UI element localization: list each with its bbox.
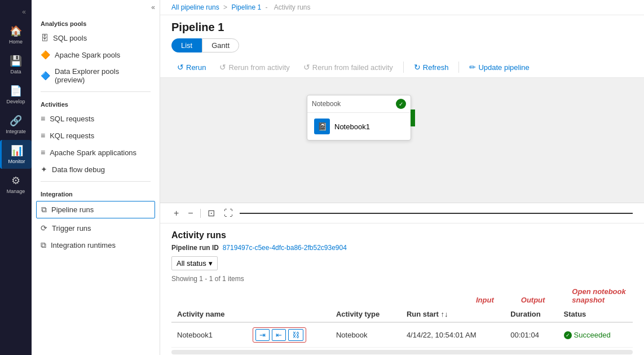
sidebar-label-integration-runtimes: Integration runtimes — [51, 241, 116, 249]
sidebar-item-data-explorer[interactable]: 🔷 Data Explorer pools (preview) — [32, 63, 160, 88]
zoom-in-button[interactable]: + — [171, 207, 181, 220]
left-navigation: « 🏠 Home 💾 Data 📄 Develop 🔗 Integrate 📊 … — [0, 0, 32, 355]
output-action-button[interactable]: ⇤ — [272, 329, 286, 341]
sidebar-item-pipeline-runs[interactable]: ⧉ Pipeline runs — [36, 201, 155, 218]
nav-item-manage[interactable]: ⚙ Manage — [0, 170, 32, 199]
sql-requests-icon: ≡ — [41, 114, 45, 123]
cell-activity-type: Notebook — [330, 322, 401, 348]
notebook-card-title: Notebook — [312, 100, 341, 108]
manage-icon: ⚙ — [11, 174, 20, 187]
sidebar-item-sql-requests[interactable]: ≡ SQL requests — [32, 110, 160, 127]
spark-apps-icon: ≡ — [41, 148, 45, 157]
notebook-card-name: Notebook1 — [334, 122, 370, 131]
rerun-failed-label: Rerun from failed activity — [312, 63, 393, 72]
sidebar-label-pipeline-runs: Pipeline runs — [51, 205, 94, 214]
notebook-card-header: Notebook ✓ — [307, 95, 411, 113]
table-row: Notebook1 ⇥ ⇤ ⛓ Notebook 4/14/22, 10:54:… — [171, 322, 633, 348]
trigger-runs-icon: ⟳ — [41, 223, 47, 233]
spark-pools-icon: 🔶 — [41, 50, 50, 59]
showing-text: Showing 1 - 1 of 1 items — [171, 275, 244, 283]
update-pipeline-button[interactable]: ✏ Update pipeline — [464, 60, 535, 74]
canvas-controls: + − ⊡ ⛶ — [160, 203, 644, 223]
rerun-from-failed-button[interactable]: ↺ Rerun from failed activity — [298, 60, 399, 74]
run-id-label: Pipeline run ID — [171, 244, 219, 252]
nav-item-home[interactable]: 🏠 Home — [0, 20, 32, 49]
notebook-activity-card[interactable]: Notebook ✓ 📓 Notebook1 — [307, 95, 411, 141]
data-icon: 💾 — [10, 55, 22, 67]
integration-section-title: Integration — [32, 185, 160, 200]
sidebar-label-kql-requests: KQL requests — [50, 132, 94, 140]
sidebar-label-sql-requests: SQL requests — [50, 115, 94, 123]
rerun-failed-icon: ↺ — [303, 63, 310, 72]
cell-action-icons: ⇥ ⇤ ⛓ — [247, 322, 330, 348]
zoom-out-button[interactable]: − — [186, 207, 195, 220]
refresh-label: Refresh — [423, 63, 449, 72]
rerun-from-activity-button[interactable]: ↺ Rerun from activity — [214, 60, 295, 74]
nav-item-integrate[interactable]: 🔗 Integrate — [0, 110, 32, 139]
sidebar-item-sql-pools[interactable]: 🗄 SQL pools — [32, 29, 160, 46]
sql-pools-icon: 🗄 — [41, 33, 48, 42]
collapse-sidebar-button[interactable]: « — [32, 0, 160, 15]
sidebar-item-integration-runtimes[interactable]: ⧉ Integration runtimes — [32, 236, 160, 254]
integration-runtimes-icon: ⧉ — [41, 240, 46, 250]
nav-label-manage: Manage — [7, 189, 25, 194]
sidebar-item-spark-pools[interactable]: 🔶 Apache Spark pools — [32, 46, 160, 63]
breadcrumb-separator-2: - — [265, 3, 269, 11]
input-action-button[interactable]: ⇥ — [255, 329, 270, 341]
data-flow-icon: ✦ — [41, 165, 47, 174]
refresh-button[interactable]: ↻ Refresh — [408, 60, 455, 74]
cell-activity-name: Notebook1 — [171, 322, 247, 348]
nav-label-develop: Develop — [6, 99, 25, 104]
open-snapshot-button[interactable]: ⛓ — [288, 329, 303, 341]
horizontal-scrollbar[interactable] — [171, 350, 633, 354]
output-annotation: Output — [521, 296, 545, 304]
sidebar-label-spark-apps: Apache Spark applications — [50, 148, 136, 157]
nav-item-develop[interactable]: 📄 Develop — [0, 80, 32, 109]
refresh-icon: ↻ — [414, 63, 421, 72]
rerun-activity-icon: ↺ — [219, 63, 226, 72]
update-label: Update pipeline — [478, 63, 529, 72]
rerun-icon: ↺ — [177, 63, 184, 72]
fullscreen-button[interactable]: ⛶ — [222, 207, 235, 220]
toolbar-separator-1 — [403, 62, 404, 73]
nav-item-data[interactable]: 💾 Data — [0, 50, 32, 79]
breadcrumb-all-runs[interactable]: All pipeline runs — [171, 3, 219, 11]
col-activity-type: Activity type — [330, 306, 401, 322]
tab-list[interactable]: List — [171, 38, 202, 52]
pipeline-run-id-row: Pipeline run ID 8719497c-c5ee-4dfc-ba86-… — [171, 244, 633, 252]
nav-label-home: Home — [9, 39, 23, 45]
pipeline-header: Pipeline 1 List Gantt — [160, 15, 644, 57]
notebook-big-icon: 📓 — [314, 119, 330, 134]
rerun-button[interactable]: ↺ Rerun — [171, 60, 211, 74]
pipeline-runs-icon: ⧉ — [41, 205, 47, 214]
success-bar — [411, 109, 415, 126]
pipeline-canvas[interactable]: Notebook ✓ 📓 Notebook1 — [160, 78, 644, 203]
sidebar-item-kql-requests[interactable]: ≡ KQL requests — [32, 127, 160, 144]
fit-view-button[interactable]: ⊡ — [205, 207, 217, 220]
breadcrumb-pipeline[interactable]: Pipeline 1 — [231, 3, 261, 11]
nav-label-data: Data — [10, 69, 21, 74]
canvas-ctrl-separator — [200, 209, 201, 218]
sidebar-label-trigger-runs: Trigger runs — [52, 224, 91, 233]
cell-run-start: 4/14/22, 10:54:01 AM — [401, 322, 505, 348]
sidebar-item-data-flow[interactable]: ✦ Data flow debug — [32, 161, 160, 178]
success-badge: ✓ — [396, 99, 406, 109]
nav-item-monitor[interactable]: 📊 Monitor — [0, 140, 32, 169]
data-explorer-icon: 🔷 — [41, 71, 50, 80]
status-succeeded: ✓ Succeeded — [564, 331, 627, 339]
sidebar: « Analytics pools 🗄 SQL pools 🔶 Apache S… — [32, 0, 160, 355]
status-filter-dropdown[interactable]: All status ▾ — [171, 256, 218, 270]
status-filter-label: All status — [177, 259, 206, 268]
sidebar-label-sql-pools: SQL pools — [53, 34, 87, 42]
col-actions — [247, 306, 330, 322]
sidebar-item-spark-apps[interactable]: ≡ Apache Spark applications — [32, 144, 160, 161]
col-run-start: Run start ↑↓ — [401, 306, 505, 322]
input-annotation: Input — [476, 296, 494, 304]
notebook-card-body: 📓 Notebook1 — [307, 113, 411, 140]
run-id-value: 8719497c-c5ee-4dfc-ba86-2fb52c93e904 — [223, 244, 347, 252]
open-snapshot-annotation: Open notebook snapshot — [572, 287, 633, 304]
collapse-nav-button[interactable]: « — [19, 5, 29, 19]
kql-requests-icon: ≡ — [41, 131, 45, 140]
tab-gantt[interactable]: Gantt — [202, 38, 239, 52]
sidebar-item-trigger-runs[interactable]: ⟳ Trigger runs — [32, 220, 160, 236]
